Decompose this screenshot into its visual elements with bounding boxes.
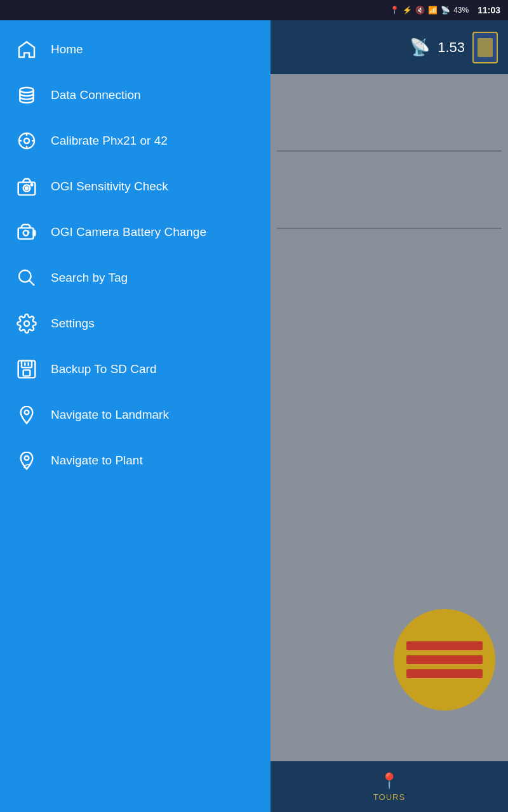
tours-icon: 📍: [380, 772, 399, 790]
svg-point-16: [19, 270, 31, 282]
main-content: 📡 1.53 📍 TOURS: [271, 20, 508, 812]
mute-icon: 🔇: [415, 6, 425, 15]
search-tag-icon: [15, 266, 38, 289]
save-icon: [15, 358, 38, 381]
svg-point-0: [20, 88, 33, 93]
device-icon: [472, 32, 498, 63]
svg-point-9: [25, 187, 28, 190]
sidebar-item-label-navigate-landmark: Navigate to Landmark: [51, 408, 169, 422]
clock: 11:03: [478, 5, 500, 15]
landmark-icon: [15, 403, 38, 426]
sidebar-item-data-connection[interactable]: Data Connection: [0, 72, 271, 118]
stripe-2: [406, 655, 483, 664]
signal-bars-icon: 📡: [441, 6, 450, 15]
sidebar-item-navigate-landmark[interactable]: Navigate to Landmark: [0, 392, 271, 438]
top-bar: 📡 1.53: [271, 20, 508, 74]
database-icon: [15, 84, 38, 107]
gear-icon: [15, 312, 38, 335]
svg-rect-20: [22, 361, 32, 368]
camera-battery-icon: [15, 221, 38, 244]
map-view[interactable]: [271, 229, 508, 761]
sidebar-item-label-ogi-sensitivity: OGI Sensitivity Check: [51, 180, 168, 193]
sidebar-item-label-search-tag: Search by Tag: [51, 271, 128, 285]
plant-location-icon: [15, 449, 38, 472]
battery-icon: 43%: [453, 6, 469, 15]
sidebar-item-label-backup: Backup To SD Card: [51, 362, 157, 376]
sidebar-item-settings[interactable]: Settings: [0, 301, 271, 346]
svg-point-25: [25, 456, 29, 461]
svg-point-10: [31, 184, 33, 186]
map-area: [271, 74, 508, 761]
bottom-nav[interactable]: 📍 TOURS: [271, 761, 508, 812]
sidebar-item-backup[interactable]: Backup To SD Card: [0, 346, 271, 392]
status-bar: 📍 ⚡ 🔇 📶 📡 43% 11:03: [0, 0, 508, 20]
sidebar-item-search-tag[interactable]: Search by Tag: [0, 255, 271, 301]
svg-point-24: [25, 410, 29, 415]
map-marker-stripes: [394, 609, 495, 710]
svg-line-17: [29, 280, 34, 285]
wifi-icon: 📶: [428, 6, 438, 15]
svg-point-18: [24, 321, 29, 326]
signal-value: 1.53: [438, 39, 465, 56]
sidebar-item-ogi-battery[interactable]: OGI Camera Battery Change: [0, 209, 271, 255]
sidebar-item-navigate-plant[interactable]: Navigate to Plant: [0, 438, 271, 483]
svg-rect-11: [18, 228, 34, 239]
camera-icon: [15, 175, 38, 198]
sidebar-item-label-calibrate: Calibrate Phx21 or 42: [51, 134, 168, 148]
svg-rect-13: [34, 230, 36, 235]
location-status-icon: 📍: [390, 6, 399, 15]
stripe-3: [406, 669, 483, 678]
sidebar-item-label-navigate-plant: Navigate to Plant: [51, 454, 143, 468]
sidebar-item-label-data-connection: Data Connection: [51, 88, 141, 102]
map-marker: [394, 609, 495, 710]
sidebar-drawer: Home Data Connection Calibrate Phx: [0, 20, 271, 812]
svg-point-2: [24, 138, 29, 143]
home-icon: [15, 38, 38, 61]
sidebar-item-ogi-sensitivity[interactable]: OGI Sensitivity Check: [0, 164, 271, 209]
sidebar-item-calibrate[interactable]: Calibrate Phx21 or 42: [0, 118, 271, 164]
sidebar-item-home[interactable]: Home: [0, 27, 271, 72]
sidebar-item-label-settings: Settings: [51, 317, 95, 331]
calibrate-icon: [15, 129, 38, 152]
sidebar-item-label-ogi-battery: OGI Camera Battery Change: [51, 225, 206, 239]
sidebar-item-label-home: Home: [51, 43, 83, 56]
svg-rect-21: [23, 370, 30, 376]
bottom-nav-label: TOURS: [373, 792, 405, 802]
stripe-1: [406, 641, 483, 650]
signal-tower-icon: 📡: [410, 37, 430, 57]
svg-rect-19: [18, 361, 36, 378]
bluetooth-icon: ⚡: [403, 6, 412, 15]
status-icons: 📍 ⚡ 🔇 📶 📡 43%: [390, 6, 469, 15]
